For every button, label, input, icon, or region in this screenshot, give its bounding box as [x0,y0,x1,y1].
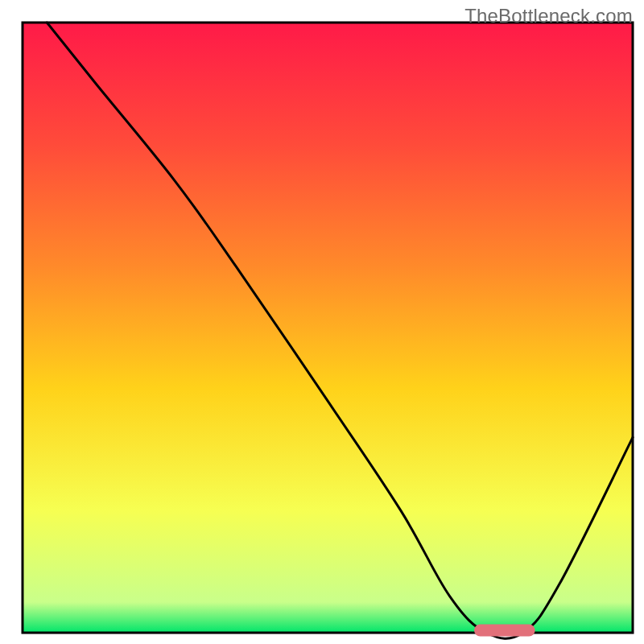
watermark-text: TheBottleneck.com [464,5,633,27]
plot-background [23,23,633,633]
chart-canvas [0,0,644,644]
bottleneck-chart: TheBottleneck.com [0,0,644,644]
